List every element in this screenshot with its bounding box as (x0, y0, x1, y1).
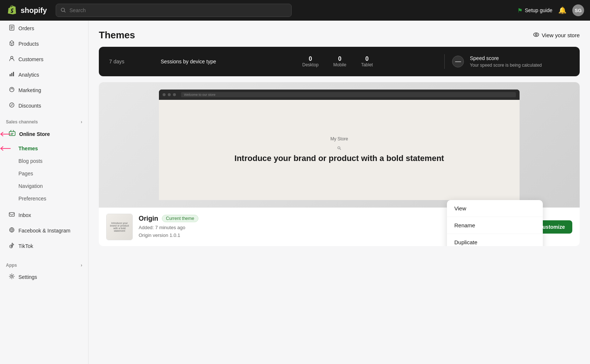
svg-point-13 (338, 147, 340, 149)
apps-label: Apps › (0, 257, 88, 269)
sales-channels-arrow-icon: › (81, 119, 82, 125)
sidebar-item-tiktok[interactable]: TikTok (3, 239, 85, 253)
stats-bar: 7 days Sessions by device type 0 Desktop… (99, 47, 580, 76)
theme-thumbnail-inner: Introduce your brand or product with a b… (107, 214, 132, 240)
pink-arrow-1 (0, 131, 11, 137)
sidebar-item-inbox[interactable]: Inbox (3, 208, 85, 223)
theme-preview-section: Welcome to our store My Store Introduce … (99, 82, 580, 246)
logo-text: shopify (21, 6, 47, 15)
sidebar-subitem-pages[interactable]: Pages (3, 168, 85, 179)
svg-point-10 (11, 276, 13, 277)
sidebar-item-online-store[interactable]: Online Store (3, 126, 85, 142)
sidebar-subitem-preferences[interactable]: Preferences (3, 193, 85, 204)
browser-dot-3 (173, 93, 176, 96)
svg-rect-5 (13, 72, 14, 76)
speed-score-section: Speed score Your speed score is being ca… (470, 55, 569, 68)
svg-rect-4 (11, 73, 13, 76)
svg-point-12 (535, 34, 537, 35)
apps-arrow-icon: › (81, 263, 82, 268)
stats-period: 7 days (109, 59, 139, 64)
search-icon (60, 7, 66, 13)
page-title: Themes (99, 29, 135, 41)
sales-channels-label: Sales channels › (0, 113, 88, 126)
search-bar[interactable] (56, 4, 292, 17)
pink-arrow-2 (0, 146, 11, 151)
svg-point-11 (534, 33, 539, 36)
sidebar-subitem-themes[interactable]: Themes (3, 143, 85, 154)
settings-icon (9, 273, 15, 281)
svg-point-2 (11, 56, 13, 59)
browser-dot-2 (168, 93, 171, 96)
top-navigation: shopify ⚑ Setup guide 🔔 SG (0, 0, 590, 21)
mock-search-icon (337, 146, 341, 150)
setup-guide-button[interactable]: ⚑ Setup guide (517, 7, 552, 14)
context-menu: View Rename Duplicate Download theme fil… (447, 200, 543, 246)
svg-point-6 (10, 87, 14, 92)
sessions-title: Sessions by device type (139, 59, 238, 64)
browser-dot-1 (163, 93, 166, 96)
notification-bell-button[interactable]: 🔔 (558, 6, 566, 14)
mock-browser: Welcome to our store My Store Introduce … (159, 90, 520, 200)
mobile-stat: 0 Mobile (333, 56, 346, 67)
sidebar-item-analytics[interactable]: Analytics (3, 67, 85, 82)
sidebar-item-discounts[interactable]: Discounts (3, 98, 85, 113)
products-icon (9, 40, 15, 48)
sidebar-item-settings[interactable]: Settings (3, 270, 85, 284)
mock-browser-bar: Welcome to our store (159, 90, 520, 100)
sidebar-item-marketing[interactable]: Marketing (3, 83, 85, 98)
customers-icon (9, 56, 15, 63)
speed-dash-button[interactable]: — (452, 56, 464, 67)
context-menu-item-rename[interactable]: Rename (447, 217, 543, 234)
svg-rect-9 (9, 213, 14, 216)
eye-icon (533, 31, 539, 39)
search-input[interactable] (69, 7, 287, 13)
sidebar-item-facebook-instagram[interactable]: Facebook & Instagram (3, 223, 85, 238)
flag-icon: ⚑ (517, 7, 523, 14)
tablet-stat: 0 Tablet (361, 56, 373, 67)
shopify-logo-icon (6, 4, 18, 16)
sidebar-item-products[interactable]: Products (3, 36, 85, 51)
sidebar-item-customers[interactable]: Customers (3, 52, 85, 67)
themes-header: Themes View your store (88, 21, 590, 47)
svg-rect-3 (10, 74, 11, 76)
view-store-button[interactable]: View your store (533, 31, 580, 39)
context-menu-item-view[interactable]: View (447, 200, 543, 217)
stats-devices: 0 Desktop 0 Mobile 0 Tablet (238, 56, 437, 67)
facebook-instagram-icon (9, 227, 15, 234)
mock-store-content: My Store Introduce your brand or product… (159, 100, 520, 200)
analytics-icon (9, 71, 15, 78)
setup-guide-label: Setup guide (525, 7, 552, 13)
inbox-icon (9, 211, 15, 219)
main-content: Themes View your store 7 days Sessions b… (88, 21, 590, 364)
sidebar-subitem-blog-posts[interactable]: Blog posts (3, 155, 85, 167)
orders-icon (9, 25, 15, 32)
sidebar-subitem-navigation[interactable]: Navigation (3, 180, 85, 192)
avatar[interactable]: SG (572, 4, 584, 16)
sidebar: Orders Products Customers Analytics Mark (0, 21, 88, 364)
current-theme-badge: Current theme (162, 215, 198, 222)
sidebar-item-orders[interactable]: Orders (3, 21, 85, 36)
context-menu-item-duplicate[interactable]: Duplicate (447, 234, 543, 246)
main-layout: Orders Products Customers Analytics Mark (0, 21, 590, 364)
stats-divider (444, 54, 445, 69)
theme-preview-image: Welcome to our store My Store Introduce … (99, 82, 580, 207)
browser-url-bar: Welcome to our store (184, 93, 215, 97)
nav-right-area: ⚑ Setup guide 🔔 SG (517, 4, 584, 16)
desktop-stat: 0 Desktop (302, 56, 319, 67)
logo[interactable]: shopify (6, 4, 47, 16)
theme-name: Origin (139, 215, 158, 223)
marketing-icon (9, 87, 15, 94)
theme-thumbnail: Introduce your brand or product with a b… (106, 214, 133, 240)
discounts-icon (9, 102, 15, 109)
tiktok-icon (9, 242, 15, 250)
